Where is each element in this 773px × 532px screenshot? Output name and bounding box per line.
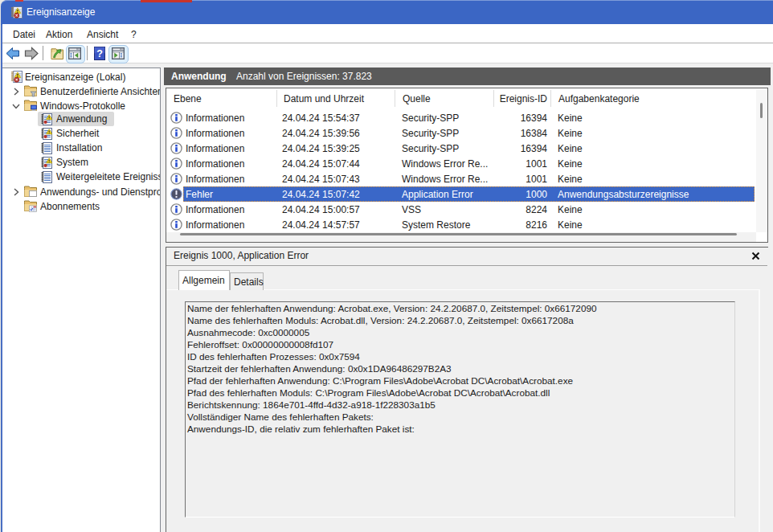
svg-text:?: ? [96, 48, 103, 59]
